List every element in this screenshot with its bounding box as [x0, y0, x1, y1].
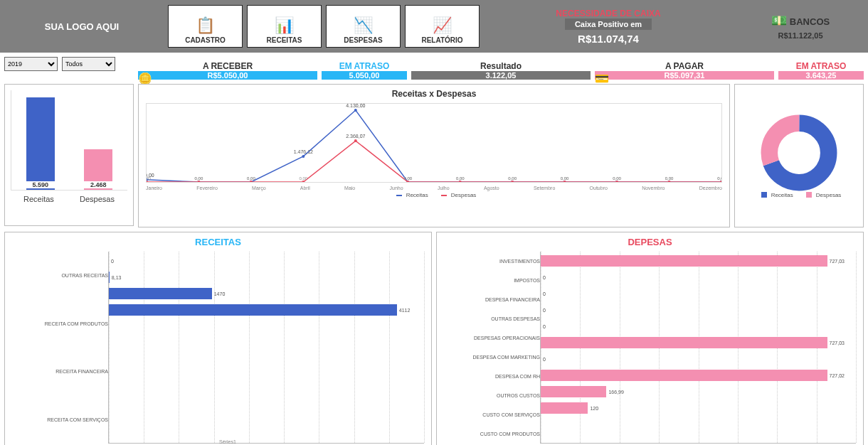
mini-bar-chart: 5.5902.468 ReceitasDespesas: [4, 84, 134, 226]
svg-point-46: [720, 181, 721, 182]
account-select[interactable]: Todos: [62, 57, 115, 71]
card-resultado: 3.122,05: [411, 71, 591, 80]
nav-label: RECEITAS: [267, 36, 302, 44]
line-chart: Receitas x Despesas 130,000,000,001.476,…: [138, 84, 730, 227]
a-receber-value: R$5.050,00: [208, 71, 248, 80]
receitas-barh: RECEITAS OUTRAS RECEITASRECEITA COM PROD…: [4, 232, 432, 445]
mid-charts: 5.5902.468 ReceitasDespesas Receitas x D…: [4, 84, 864, 227]
svg-point-49: [769, 123, 828, 182]
svg-point-8: [354, 109, 357, 112]
svg-text:0,00: 0,00: [247, 176, 255, 181]
line-legend: ReceitasDespesas: [139, 192, 729, 198]
svg-point-24: [147, 181, 148, 182]
svg-text:0,00: 0,00: [300, 176, 308, 181]
expense-icon: 📉: [354, 18, 373, 33]
svg-point-36: [459, 181, 462, 182]
svg-point-40: [563, 181, 566, 182]
despesas-title: DEPESAS: [437, 237, 863, 247]
svg-text:0,00: 0,00: [403, 176, 412, 181]
nav-label: CADASTRO: [185, 36, 226, 44]
bancos-value: R$11.122,05: [778, 31, 823, 40]
card-atraso-rec: 5.050,00: [322, 71, 407, 80]
caixa-value: R$11.074,74: [578, 33, 639, 45]
donut-chart: ReceitasDespesas: [734, 84, 864, 227]
a-receber-title: A RECEBER: [203, 61, 253, 71]
despesas-barh: DEPESAS INVESTIMENTOSIMPOSTOSDESPESA FIN…: [436, 232, 864, 445]
svg-text:0,00: 0,00: [195, 176, 203, 181]
report-icon: 📈: [433, 18, 452, 33]
year-select[interactable]: 2019: [4, 57, 58, 71]
svg-point-38: [511, 181, 514, 182]
top-bar: SUA LOGO AQUI 📋CADASTRO 📊RECEITAS 📉DESPE…: [0, 0, 868, 53]
svg-text:1.476,12: 1.476,12: [294, 149, 313, 154]
resultado-title: Resultado: [480, 61, 522, 71]
svg-text:0,00: 0,00: [147, 176, 151, 181]
atraso-pag-title: EM ATRASO: [796, 61, 847, 71]
atraso-rec-title: EM ATRASO: [339, 61, 390, 71]
nav-despesas[interactable]: 📉DESPESAS: [326, 5, 401, 48]
svg-text:0,00: 0,00: [508, 176, 517, 181]
money-icon: 💵: [771, 14, 787, 28]
svg-text:0,00: 0,00: [665, 176, 674, 181]
donut-legend: ReceitasDespesas: [753, 192, 846, 198]
nav-buttons: 📋CADASTRO 📊RECEITAS 📉DESPESAS 📈RELATÓRIO: [168, 5, 480, 48]
svg-point-44: [668, 181, 671, 182]
resultado-value: 3.122,05: [486, 71, 517, 80]
receitas-title: RECEITAS: [5, 237, 431, 247]
caixa-heading: NECESSIDADE DE CAIXA: [556, 9, 660, 18]
nav-relatorio[interactable]: 📈RELATÓRIO: [405, 5, 480, 48]
svg-point-32: [354, 139, 357, 142]
nav-cadastro[interactable]: 📋CADASTRO: [168, 5, 243, 48]
card-atraso-pag: 3.643,25: [778, 71, 864, 80]
a-pagar-value: R$5.097,31: [665, 71, 705, 80]
card-a-pagar: 💳 R$5.097,31: [595, 71, 774, 80]
svg-point-42: [615, 181, 618, 182]
card-a-receber: 🪙 R$5.050,00: [138, 71, 317, 80]
bancos-label: BANCOS: [790, 16, 830, 27]
atraso-rec-value: 5.050,00: [349, 71, 380, 80]
svg-text:0,00: 0,00: [456, 176, 465, 181]
caixa-summary: NECESSIDADE DE CAIXA Caixa Positivo em R…: [484, 9, 733, 45]
bancos-summary: 💵BANCOS R$11.122,05: [733, 13, 868, 40]
svg-text:2.368,07: 2.368,07: [346, 134, 365, 139]
bottom-charts: RECEITAS OUTRAS RECEITASRECEITA COM PROD…: [4, 232, 864, 445]
filter-controls: 2019 Todos: [4, 57, 134, 80]
nav-label: RELATÓRIO: [421, 36, 462, 44]
svg-text:0,00: 0,00: [717, 176, 721, 181]
svg-text:0,00: 0,00: [561, 176, 569, 181]
svg-text:0,00: 0,00: [613, 176, 621, 181]
svg-point-6: [302, 155, 305, 158]
svg-text:4.130,00: 4.130,00: [346, 104, 365, 108]
register-icon: 📋: [196, 18, 215, 33]
nav-receitas[interactable]: 📊RECEITAS: [247, 5, 322, 48]
a-pagar-title: A PAGAR: [665, 61, 704, 71]
nav-label: DESPESAS: [344, 36, 382, 44]
svg-point-28: [250, 181, 253, 182]
logo-placeholder: SUA LOGO AQUI: [0, 21, 164, 32]
atraso-pag-value: 3.643,25: [806, 71, 837, 80]
svg-point-26: [197, 181, 200, 182]
caixa-sub: Caixa Positivo em: [565, 18, 652, 30]
summary-row: 2019 Todos A RECEBER 🪙 R$5.050,00 EM ATR…: [4, 57, 864, 80]
income-icon: 📊: [275, 18, 294, 33]
line-title: Receitas x Despesas: [139, 89, 729, 99]
